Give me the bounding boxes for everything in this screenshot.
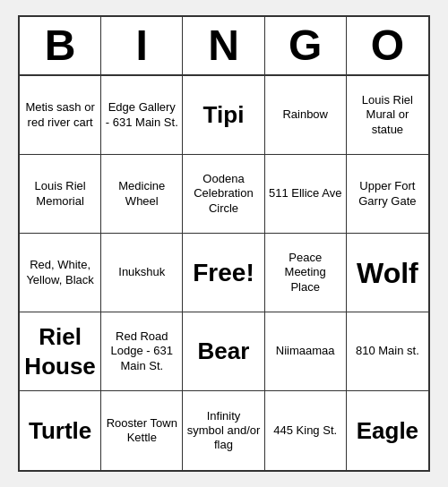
bingo-cell-6: Medicine Wheel: [101, 155, 183, 234]
bingo-card: BINGO Metis sash or red river cartEdge G…: [18, 15, 430, 472]
bingo-cell-3: Rainbow: [265, 76, 347, 155]
bingo-letter-i: I: [101, 17, 183, 74]
bingo-cell-10: Red, White, Yellow, Black: [20, 234, 101, 312]
bingo-cell-4: Louis Riel Mural or statue: [347, 76, 428, 155]
bingo-letter-g: G: [265, 17, 347, 74]
bingo-cell-16: Red Road Lodge - 631 Main St.: [101, 312, 183, 391]
bingo-cell-23: 445 King St.: [265, 391, 347, 470]
bingo-cell-20: Turtle: [20, 391, 101, 470]
bingo-cell-17: Bear: [183, 312, 264, 391]
bingo-cell-7: Oodena Celebration Circle: [183, 155, 264, 234]
bingo-cell-0: Metis sash or red river cart: [20, 76, 101, 155]
bingo-letter-n: N: [183, 17, 264, 74]
bingo-cell-15: Riel House: [20, 312, 101, 391]
bingo-cell-11: Inukshuk: [101, 234, 183, 312]
bingo-letter-b: B: [20, 17, 101, 74]
bingo-cell-18: Niimaamaa: [265, 312, 347, 391]
bingo-letter-o: O: [347, 17, 428, 74]
bingo-cell-8: 511 Ellice Ave: [265, 155, 347, 234]
bingo-cell-19: 810 Main st.: [347, 312, 428, 391]
bingo-cell-1: Edge Gallery - 631 Main St.: [101, 76, 183, 155]
bingo-cell-2: Tipi: [183, 76, 264, 155]
bingo-cell-24: Eagle: [347, 391, 428, 470]
bingo-cell-14: Wolf: [347, 234, 428, 312]
bingo-cell-12: Free!: [183, 234, 264, 312]
bingo-header: BINGO: [20, 17, 428, 76]
bingo-cell-21: Rooster Town Kettle: [101, 391, 183, 470]
bingo-grid: Metis sash or red river cartEdge Gallery…: [20, 76, 428, 470]
bingo-cell-13: Peace Meeting Place: [265, 234, 347, 312]
bingo-cell-5: Louis Riel Memorial: [20, 155, 101, 234]
bingo-cell-9: Upper Fort Garry Gate: [347, 155, 428, 234]
bingo-cell-22: Infinity symbol and/or flag: [183, 391, 264, 470]
